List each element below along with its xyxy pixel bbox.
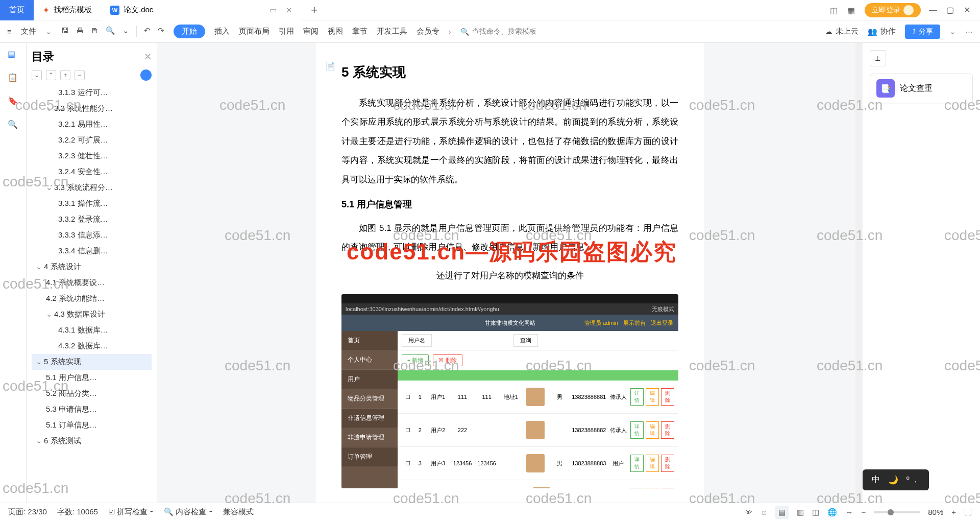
toc-item[interactable]: ⌄5 系统实现	[32, 354, 152, 370]
rp-collapse-icon[interactable]: ⟂	[870, 50, 886, 66]
toc-sync-icon[interactable]	[140, 69, 152, 81]
toc-item[interactable]: 4.2 系统功能结…	[32, 291, 152, 306]
toc-item[interactable]: 5.3 申请信息…	[32, 401, 152, 417]
scrollbar-vertical[interactable]	[855, 43, 863, 503]
page-marker-icon: 📄	[325, 61, 335, 71]
chev-right-icon[interactable]: ›	[449, 27, 451, 36]
cloud-status[interactable]: ☁未上云	[825, 27, 859, 36]
brightness-icon[interactable]: ☼	[761, 508, 768, 516]
chev-down-icon[interactable]: ⌄	[45, 27, 52, 36]
toc-item[interactable]: 4.1 系统概要设…	[32, 275, 152, 291]
toc-collapse-icon[interactable]: ⌄	[32, 70, 42, 80]
save-icon[interactable]: 🖫	[61, 26, 69, 37]
toc-item[interactable]: 3.1.3 运行可…	[32, 85, 152, 101]
toc-expand-icon[interactable]: ⌃	[46, 70, 56, 80]
file-menu[interactable]: 文件	[21, 27, 36, 36]
toc-item[interactable]: ⌄3.2 系统性能分…	[32, 101, 152, 116]
menu-icon[interactable]: ≡	[7, 27, 12, 36]
outline-icon[interactable]: ▤	[8, 49, 19, 60]
share-button[interactable]: ⤴分享	[905, 25, 940, 39]
ime-indicator[interactable]: 中 🌙 º ，	[863, 469, 929, 490]
toc-item[interactable]: 4.3.2 数据库…	[32, 338, 152, 354]
page-indicator[interactable]: 页面: 23/30	[8, 507, 47, 517]
toc-item[interactable]: 3.2.2 可扩展…	[32, 132, 152, 148]
preview-icon[interactable]: 🗎	[91, 26, 99, 37]
ribbon-chapter[interactable]: 章节	[352, 27, 368, 36]
toc-item[interactable]: ⌄4 系统设计	[32, 259, 152, 275]
toc-item[interactable]: 5.1 订单信息…	[32, 417, 152, 433]
compat-mode[interactable]: 兼容模式	[223, 507, 254, 517]
toc-item[interactable]: 3.2.4 安全性…	[32, 164, 152, 180]
tab-screen-icon[interactable]: ▭	[270, 6, 277, 15]
word-count[interactable]: 字数: 10065	[57, 507, 98, 517]
bookmark-icon[interactable]: 🔖	[8, 96, 19, 107]
zoom-label[interactable]: 80%	[928, 508, 943, 516]
ribbon-layout[interactable]: 页面布局	[239, 27, 270, 36]
toc-item[interactable]: 4.3.1 数据库…	[32, 322, 152, 338]
toc-item[interactable]: 3.3.1 操作流…	[32, 196, 152, 211]
search-placeholder[interactable]: 查找命令、搜索模板	[472, 27, 536, 36]
search-icon[interactable]: 🔍	[106, 26, 115, 37]
redo-icon[interactable]: ↷	[158, 26, 164, 37]
toc-item[interactable]: 3.3.3 信息添…	[32, 227, 152, 243]
plagiarism-check-button[interactable]: 📑 论文查重	[870, 74, 973, 103]
clipboard-icon[interactable]: 📋	[8, 73, 19, 84]
web-icon[interactable]: 🌐	[827, 508, 837, 517]
tab-add[interactable]: +	[302, 4, 327, 17]
ribbon-insert[interactable]: 插入	[214, 27, 230, 36]
undo-icon[interactable]: ↶	[144, 26, 151, 37]
close-icon[interactable]: ✕	[286, 6, 292, 15]
fit-icon[interactable]: ↔	[845, 508, 853, 516]
ribbon-member[interactable]: 会员专	[416, 27, 439, 36]
toc-plus-icon[interactable]: +	[60, 70, 70, 80]
reader-icon[interactable]: ▤	[775, 506, 789, 519]
toc-item[interactable]: 3.2.1 易用性…	[32, 116, 152, 132]
maximize-icon[interactable]: ▢	[946, 5, 955, 15]
toc-item[interactable]: 3.2.3 健壮性…	[32, 148, 152, 164]
zoom-slider[interactable]	[874, 511, 920, 513]
ribbon-dev[interactable]: 开发工具	[377, 27, 407, 36]
more-icon[interactable]: ⋯	[965, 27, 973, 36]
toc-item[interactable]: 3.3.2 登录流…	[32, 211, 152, 227]
toc-minus-icon[interactable]: −	[75, 70, 85, 80]
toc-item[interactable]: 5.2 商品分类…	[32, 386, 152, 401]
layout2-icon[interactable]: ◫	[812, 508, 819, 517]
paragraph: 还进行了对用户名称的模糊查询的条件	[341, 266, 678, 285]
eye-icon[interactable]: 👁	[745, 508, 752, 516]
ribbon-view[interactable]: 视图	[328, 27, 343, 36]
layout1-icon[interactable]: ▥	[797, 508, 804, 517]
tab-home[interactable]: 首页	[0, 0, 34, 20]
search-rail-icon[interactable]: 🔍	[8, 120, 19, 131]
toc-item[interactable]: ⌄3.3 系统流程分…	[32, 180, 152, 196]
tab-template[interactable]: ✦ 找稻壳模板	[34, 0, 101, 20]
zoom-in-icon[interactable]: +	[951, 508, 956, 516]
spellcheck-toggle[interactable]: ☑ 拼写检查 ⁃	[108, 507, 154, 517]
coop-button[interactable]: 👥协作	[868, 27, 896, 36]
document-area: 📄 5 系统实现 系统实现部分就是将系统分析，系统设计部分的内容通过编码进行功能…	[157, 43, 863, 503]
toc-close-icon[interactable]: ✕	[144, 51, 152, 62]
toc-item[interactable]: ⌄6 系统测试	[32, 433, 152, 449]
ribbon-start[interactable]: 开始	[174, 25, 205, 38]
caret-icon[interactable]: ⌄	[949, 27, 956, 36]
minimize-icon[interactable]: —	[929, 6, 938, 15]
tab-doc[interactable]: W 论文.doc ▭ ✕	[101, 0, 302, 20]
login-button[interactable]: 立即登录	[865, 3, 921, 17]
chev-down-icon[interactable]: ⌄	[122, 26, 129, 37]
print-icon[interactable]: 🖶	[76, 26, 84, 37]
content-check[interactable]: 🔍 内容检查 ⁃	[164, 507, 212, 517]
flame-icon: ✦	[43, 6, 50, 15]
fullscreen-icon[interactable]: ⛶	[964, 508, 972, 516]
toc-item[interactable]: 3.3.4 信息删…	[32, 243, 152, 259]
window-close-icon[interactable]: ✕	[964, 5, 973, 15]
statusbar: 页面: 23/30 字数: 10065 ☑ 拼写检查 ⁃ 🔍 内容检查 ⁃ 兼容…	[0, 503, 980, 521]
ime-punct: º ，	[906, 475, 920, 485]
right-panel: ⟂ 📑 论文查重	[863, 43, 980, 503]
toc-item[interactable]: 5.1 用户信息…	[32, 370, 152, 386]
watermark-stamp: code51.cn—源码乐园盗图必究	[347, 237, 677, 267]
grid-icon[interactable]: ▦	[847, 6, 856, 15]
toc-item[interactable]: ⌄4.3 数据库设计	[32, 306, 152, 322]
zoom-out-icon[interactable]: −	[861, 508, 866, 516]
ribbon-review[interactable]: 审阅	[303, 27, 318, 36]
ribbon-refs[interactable]: 引用	[279, 27, 294, 36]
layout-icon[interactable]: ◫	[830, 6, 839, 15]
